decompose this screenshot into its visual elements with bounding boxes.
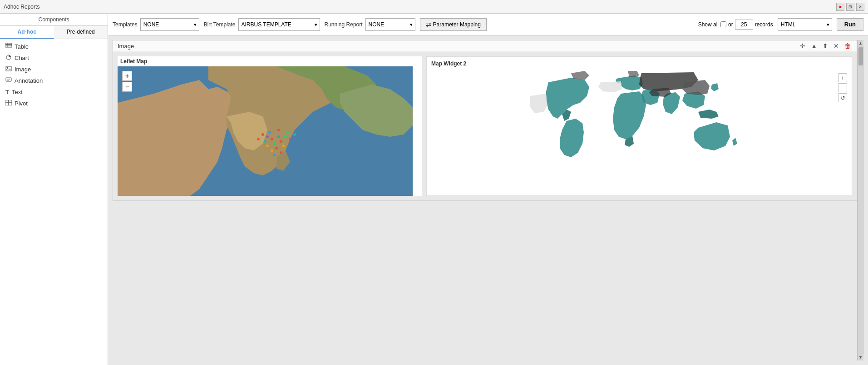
leaflet-zoom-in-button[interactable]: + <box>122 71 132 81</box>
image-icon <box>5 66 12 73</box>
svg-rect-2 <box>5 46 12 47</box>
table-icon <box>5 43 12 50</box>
settings-ctrl-button[interactable]: ✕ <box>832 42 840 50</box>
svg-point-22 <box>275 147 278 150</box>
text-icon: T <box>5 89 9 95</box>
svg-point-29 <box>273 154 276 156</box>
svg-point-23 <box>268 131 271 134</box>
show-all-area: Show all or records <box>698 20 773 30</box>
svg-point-18 <box>280 140 282 143</box>
sidebar-item-pivot[interactable]: Pivot <box>0 98 108 109</box>
run-button[interactable]: Run <box>837 18 863 31</box>
scrollbar[interactable]: ▲ ▼ <box>857 40 863 360</box>
or-label: or <box>728 21 733 28</box>
upload-ctrl-button[interactable]: ⬆ <box>821 42 829 50</box>
toolbar: Templates NONE Birt Template AIRBUS TEMP… <box>108 14 868 35</box>
annotation-icon <box>5 77 12 84</box>
leaflet-map-container: Leflet Map + − <box>118 56 422 196</box>
sidebar: Components Ad-hoc Pre-defined Table Char… <box>0 14 108 365</box>
sidebar-item-annotation[interactable]: Annotation <box>0 75 108 86</box>
map-widget-map[interactable]: + − ↺ <box>427 69 852 178</box>
image-content: Leflet Map + − <box>113 52 857 200</box>
sidebar-item-image[interactable]: Image <box>0 64 108 75</box>
templates-select[interactable]: NONE <box>140 18 199 31</box>
minimize-button[interactable]: ■ <box>836 3 844 11</box>
leaflet-map-label: Leflet Map <box>118 56 422 66</box>
maximize-button[interactable]: ⊞ <box>846 3 854 11</box>
param-mapping-icon: ⇄ <box>426 21 431 28</box>
svg-point-21 <box>264 140 266 143</box>
pivot-icon <box>5 100 12 107</box>
svg-rect-7 <box>6 78 11 81</box>
titlebar-controls: ■ ⊞ ✕ <box>836 3 864 11</box>
format-select-wrapper: HTML PDF Excel <box>778 18 832 31</box>
sidebar-label-table: Table <box>15 43 29 50</box>
templates-label: Templates <box>113 21 138 28</box>
map-widget-zoom-out-button[interactable]: − <box>838 83 847 92</box>
show-all-checkbox[interactable] <box>720 21 726 27</box>
sidebar-header: Components <box>0 14 108 26</box>
add-ctrl-button[interactable]: ✛ <box>799 42 807 50</box>
report-area: Image ✛ ▲ ⬆ ✕ 🗑 <box>108 35 868 365</box>
format-select[interactable]: HTML PDF Excel <box>778 18 832 31</box>
image-block-title: Image <box>118 43 134 50</box>
svg-point-26 <box>289 138 291 140</box>
svg-point-31 <box>257 138 260 140</box>
sidebar-label-chart: Chart <box>15 55 29 61</box>
running-report-group: Running Report NONE <box>325 18 415 31</box>
scroll-thumb[interactable] <box>858 47 863 65</box>
chart-icon <box>5 55 12 61</box>
content-area: Templates NONE Birt Template AIRBUS TEMP… <box>108 14 868 365</box>
map-widget-refresh-button[interactable]: ↺ <box>838 93 847 102</box>
svg-point-20 <box>282 145 285 147</box>
map-widget-zoom-in-button[interactable]: + <box>838 73 847 82</box>
sidebar-item-table[interactable]: Table <box>0 41 108 52</box>
templates-group: Templates NONE <box>113 18 199 31</box>
param-mapping-label: Parameter Mapping <box>433 21 481 28</box>
birt-label: Birt Template <box>204 21 236 28</box>
close-button[interactable]: ✕ <box>856 3 864 11</box>
scroll-up-arrow[interactable]: ▲ <box>858 40 864 46</box>
svg-point-25 <box>261 133 264 136</box>
svg-point-30 <box>286 131 289 134</box>
sidebar-items: Table Chart Image <box>0 39 108 111</box>
records-input[interactable] <box>735 20 753 30</box>
sidebar-label-pivot: Pivot <box>15 100 28 107</box>
svg-point-17 <box>273 142 276 145</box>
show-all-label: Show all <box>698 21 719 28</box>
image-block: Image ✛ ▲ ⬆ ✕ 🗑 <box>113 40 857 201</box>
svg-point-32 <box>293 133 296 136</box>
param-mapping-button[interactable]: ⇄ Parameter Mapping <box>420 18 487 31</box>
svg-rect-5 <box>6 66 11 71</box>
birt-select[interactable]: AIRBUS TEMPLATE <box>238 18 320 31</box>
svg-point-34 <box>266 145 269 147</box>
running-label: Running Report <box>325 21 363 28</box>
map-widget-label: Map Widget 2 <box>427 57 852 69</box>
titlebar: Adhoc Reports ■ ⊞ ✕ <box>0 0 868 14</box>
svg-rect-10 <box>5 100 9 103</box>
svg-rect-12 <box>5 103 9 105</box>
image-block-header: Image ✛ ▲ ⬆ ✕ 🗑 <box>113 40 857 52</box>
image-block-controls: ✛ ▲ ⬆ ✕ 🗑 <box>799 42 852 50</box>
svg-point-24 <box>284 135 287 138</box>
svg-rect-13 <box>9 103 12 105</box>
templates-select-wrapper: NONE <box>140 18 199 31</box>
running-select-wrapper: NONE <box>365 18 415 31</box>
svg-point-28 <box>277 129 280 131</box>
sidebar-item-text[interactable]: T Text <box>0 86 108 98</box>
running-select[interactable]: NONE <box>365 18 415 31</box>
svg-point-33 <box>280 151 282 154</box>
svg-point-27 <box>271 149 273 152</box>
tab-predefined[interactable]: Pre-defined <box>54 26 108 39</box>
records-label: records <box>755 21 773 28</box>
delete-ctrl-button[interactable]: 🗑 <box>843 42 852 50</box>
tab-adhoc[interactable]: Ad-hoc <box>0 26 54 39</box>
up-ctrl-button[interactable]: ▲ <box>809 42 819 50</box>
scroll-track[interactable] <box>858 46 864 354</box>
leaflet-map[interactable]: + − <box>118 66 413 196</box>
leaflet-zoom-out-button[interactable]: − <box>122 82 132 92</box>
titlebar-title: Adhoc Reports <box>4 4 39 10</box>
sidebar-item-chart[interactable]: Chart <box>0 52 108 64</box>
scroll-down-arrow[interactable]: ▼ <box>858 354 864 360</box>
sidebar-label-annotation: Annotation <box>15 77 43 84</box>
